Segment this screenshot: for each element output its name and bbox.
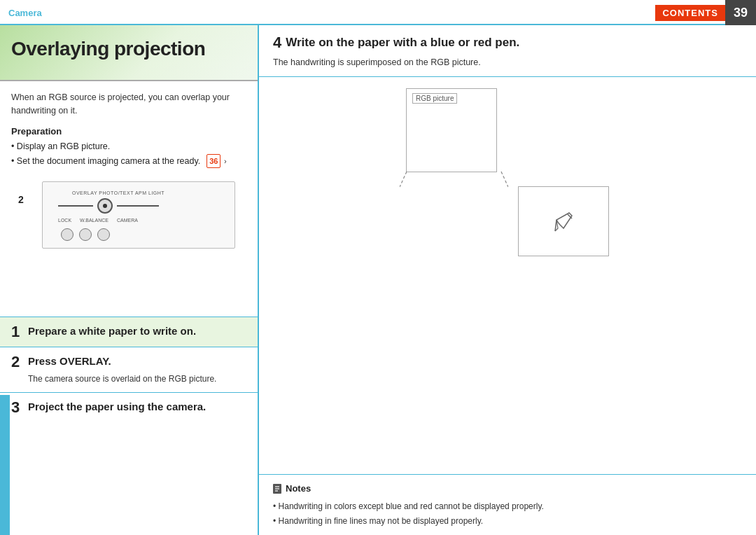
left-column: Overlaying projection When an RGB source… <box>0 25 259 535</box>
preparation-title: Preparation <box>11 126 246 137</box>
main-layout: Overlaying projection When an RGB source… <box>0 25 756 535</box>
dial-circle <box>97 198 113 214</box>
pen-svg <box>542 200 584 242</box>
prep-item-1: Display an RGB picture. <box>11 139 246 154</box>
contents-text: CONTENTS <box>655 5 725 21</box>
diagram-step-2: 2 <box>18 194 24 205</box>
top-bar: Camera CONTENTS 39 <box>0 0 756 25</box>
line-right <box>117 205 159 207</box>
notes-section: Notes Handwriting in colors except blue … <box>259 475 756 535</box>
chevron-icon: › <box>224 157 227 165</box>
page-number: 39 <box>725 0 756 25</box>
step-4-title-row: 4 Write on the paper with a blue or red … <box>273 35 742 50</box>
line-left <box>58 205 93 207</box>
notes-icon <box>273 484 281 494</box>
diagram-bottom-labels: LOCK W.BALANCE CAMERA <box>58 218 226 223</box>
preparation-list: Display an RGB picture. Set the document… <box>11 139 246 169</box>
contents-button[interactable]: CONTENTS 39 <box>655 0 756 25</box>
title-banner: Overlaying projection <box>0 25 258 81</box>
svg-line-0 <box>400 172 407 187</box>
step-2: 2 Press OVERLAY. The camera source is ov… <box>0 347 258 392</box>
right-column: 4 Write on the paper with a blue or red … <box>259 25 756 535</box>
note-icon-svg <box>273 484 281 494</box>
btn-circle-3 <box>97 228 110 241</box>
step-1-header: 1 Prepare a white paper to write on. <box>11 324 246 340</box>
step-4-header: 4 Write on the paper with a blue or red … <box>259 25 756 77</box>
camera-label: Camera <box>0 8 42 18</box>
step-4-num: 4 <box>273 35 281 50</box>
label-wbalance: W.BALANCE <box>80 218 108 223</box>
rgb-label: RGB picture <box>412 93 457 104</box>
step-1: 1 Prepare a white paper to write on. <box>0 317 258 347</box>
label-camera: CAMERA <box>117 218 138 223</box>
diagram-top-labels: OVERLAY PHOTO/TEXT APM LIGHT <box>72 190 226 195</box>
note-item-2: Handwriting in fine lines may not be dis… <box>273 514 742 528</box>
btn-circle-1 <box>61 228 74 241</box>
step-3: 3 Project the paper using the camera. <box>0 392 258 422</box>
page-ref[interactable]: 36 <box>206 154 220 169</box>
step-3-num: 3 <box>11 400 24 415</box>
steps-bottom: 1 Prepare a white paper to write on. 2 P… <box>0 317 258 535</box>
label-lock: LOCK <box>58 218 71 223</box>
dial-dot <box>103 204 107 208</box>
step-1-num: 1 <box>11 324 24 340</box>
pen-illustration <box>519 187 608 256</box>
notes-label: Notes <box>286 483 311 494</box>
left-accent-bar <box>0 395 10 535</box>
notes-list: Handwriting in colors except blue and re… <box>273 499 742 528</box>
step-2-title: Press OVERLAY. <box>28 354 111 368</box>
step-3-header: 3 Project the paper using the camera. <box>11 400 246 415</box>
step-4-desc: The handwriting is superimposed on the R… <box>273 56 742 69</box>
dashed-projection-lines <box>400 170 508 188</box>
rgb-picture-box: RGB picture <box>406 88 497 172</box>
step-2-num: 2 <box>11 354 24 370</box>
step-2-header: 2 Press OVERLAY. <box>11 354 246 370</box>
step-2-body: The camera source is overlaid on the RGB… <box>11 373 246 385</box>
step-1-title: Prepare a white paper to write on. <box>28 324 196 338</box>
left-content: When an RGB source is projected, you can… <box>0 81 258 317</box>
diagram-row <box>58 198 226 214</box>
notes-header: Notes <box>273 483 742 494</box>
diagrams-area: RGB picture <box>259 77 756 475</box>
intro-text: When an RGB source is projected, you can… <box>11 91 246 118</box>
handwriting-box <box>518 186 609 256</box>
page-title: Overlaying projection <box>11 38 246 60</box>
camera-diagram: OVERLAY PHOTO/TEXT APM LIGHT LOCK W.BALA… <box>42 181 235 249</box>
btn-circle-2 <box>79 228 92 241</box>
button-group <box>61 228 226 241</box>
svg-line-1 <box>501 172 508 187</box>
step-3-title: Project the paper using the camera. <box>28 400 206 414</box>
note-item-1: Handwriting in colors except blue and re… <box>273 499 742 513</box>
step-4-title: Write on the paper with a blue or red pe… <box>286 35 519 50</box>
prep-item-2: Set the document imaging camera at the r… <box>11 154 246 169</box>
